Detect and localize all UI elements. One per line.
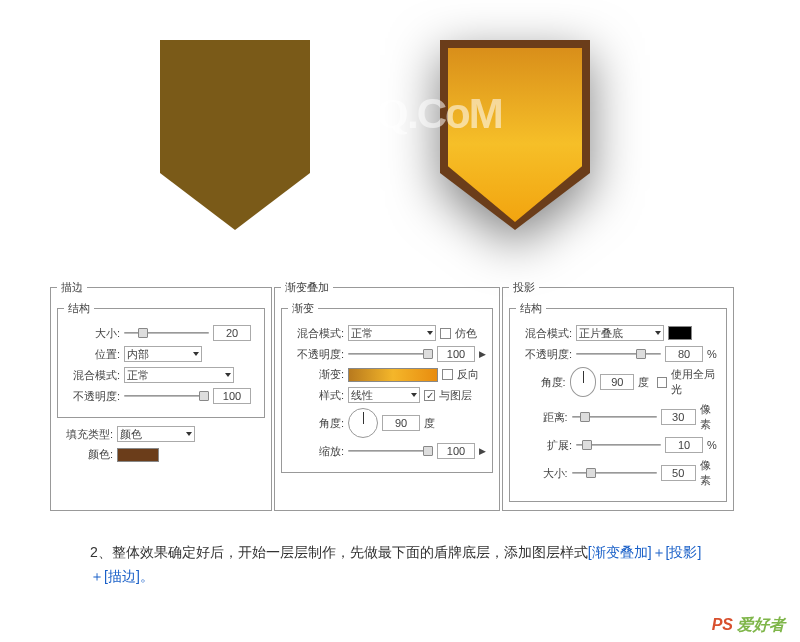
gradient-swatch[interactable] — [348, 368, 438, 382]
color-swatch[interactable] — [117, 448, 159, 462]
angle-dial[interactable] — [348, 408, 378, 438]
opacity-slider[interactable] — [348, 349, 433, 359]
opacity-slider[interactable] — [124, 391, 209, 401]
legend: 描边 — [57, 280, 87, 295]
shields-row — [0, 0, 800, 250]
shield-flat — [160, 40, 310, 230]
shadow-color[interactable] — [668, 326, 692, 340]
shield-styled — [440, 40, 590, 230]
chevron-down-icon — [225, 373, 231, 377]
blend-select[interactable]: 正常 — [348, 325, 436, 341]
size-input[interactable]: 20 — [213, 325, 251, 341]
size-label: 大小: — [64, 326, 120, 341]
chevron-down-icon — [186, 432, 192, 436]
panel-gradient: 渐变叠加 渐变 混合模式:正常仿色 不透明度:100▶ 渐变:反向 样式:线性与… — [274, 280, 500, 511]
chevron-down-icon — [193, 352, 199, 356]
global-light-checkbox[interactable] — [657, 377, 667, 388]
panel-stroke: 描边 结构 大小:20 位置:内部 混合模式:正常 不透明度:100 填充类型:… — [50, 280, 272, 511]
fs-structure: 结构 大小:20 位置:内部 混合模式:正常 不透明度:100 — [57, 301, 265, 418]
opacity-input[interactable]: 100 — [213, 388, 251, 404]
position-select[interactable]: 内部 — [124, 346, 202, 362]
align-checkbox[interactable] — [424, 390, 435, 401]
dither-checkbox[interactable] — [440, 328, 451, 339]
panel-shadow: 投影 结构 混合模式:正片叠底 不透明度:80% 角度:90度使用全局光 距离:… — [502, 280, 734, 511]
blend-select[interactable]: 正常 — [124, 367, 234, 383]
spread-slider[interactable] — [576, 440, 661, 450]
reverse-checkbox[interactable] — [442, 369, 453, 380]
fill-type-select[interactable]: 颜色 — [117, 426, 195, 442]
chevron-down-icon — [427, 331, 433, 335]
scale-slider[interactable] — [348, 446, 433, 456]
size-slider[interactable] — [124, 328, 209, 338]
opacity-slider[interactable] — [576, 349, 661, 359]
caption: 2、整体效果确定好后，开始一层层制作，先做最下面的盾牌底层，添加图层样式[渐变叠… — [0, 511, 800, 589]
panels: 描边 结构 大小:20 位置:内部 混合模式:正常 不透明度:100 填充类型:… — [0, 280, 800, 511]
corner-credit: PS爱好者 — [712, 615, 785, 636]
angle-dial[interactable] — [570, 367, 597, 397]
chevron-down-icon — [411, 393, 417, 397]
blend-select[interactable]: 正片叠底 — [576, 325, 664, 341]
chevron-down-icon — [655, 331, 661, 335]
style-select[interactable]: 线性 — [348, 387, 420, 403]
size-slider[interactable] — [572, 468, 657, 478]
distance-slider[interactable] — [572, 412, 657, 422]
